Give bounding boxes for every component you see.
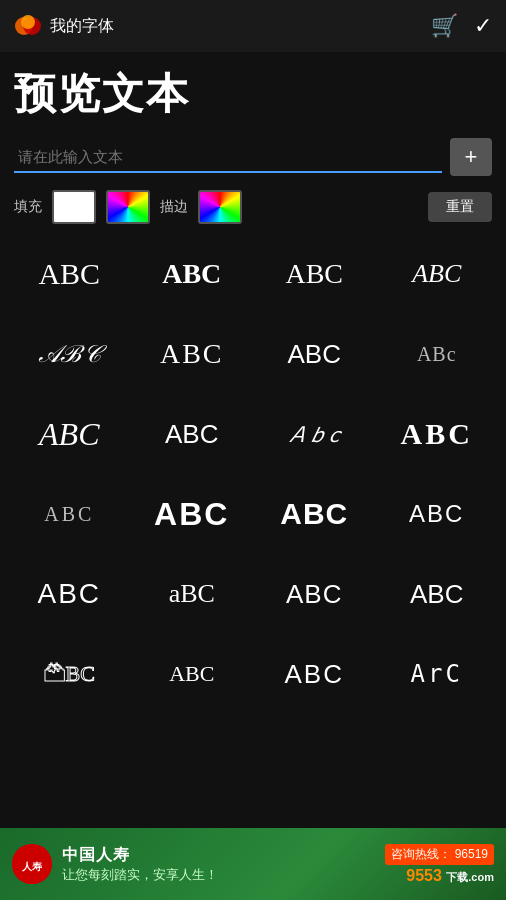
font-sample-text: ABC bbox=[154, 496, 229, 533]
ad-text-block: 中国人寿 让您每刻踏实，安享人生！ bbox=[62, 845, 375, 884]
font-sample-text: ABC bbox=[37, 578, 101, 610]
font-sample-text: 𝘈 𝘣 𝘤 bbox=[290, 421, 339, 448]
font-cell[interactable]: ABC bbox=[8, 474, 131, 554]
svg-point-2 bbox=[21, 15, 35, 29]
font-sample-text: aBC bbox=[169, 579, 215, 609]
font-sample-text: ABC bbox=[169, 661, 214, 687]
font-cell[interactable]: ABC bbox=[376, 394, 499, 474]
color-control-row: 填充 描边 重置 bbox=[0, 186, 506, 234]
fill-label: 填充 bbox=[14, 198, 42, 216]
font-sample-text: ABC bbox=[38, 257, 100, 291]
ad-tagline: 让您每刻踏实，安享人生！ bbox=[62, 866, 375, 884]
font-cell[interactable]: ABC bbox=[253, 554, 376, 634]
font-sample-text: ABC bbox=[410, 579, 463, 610]
font-sample-text: 🏔BC bbox=[44, 661, 95, 687]
preview-text-input[interactable] bbox=[14, 142, 442, 173]
font-sample-text: ABC bbox=[401, 417, 473, 451]
font-cell[interactable]: ABC bbox=[131, 234, 254, 314]
ad-hotline-number: 96519 bbox=[455, 847, 488, 861]
font-cell[interactable]: ABC bbox=[131, 394, 254, 474]
font-cell[interactable]: ABC bbox=[8, 234, 131, 314]
font-sample-text: ABC bbox=[44, 503, 94, 526]
font-cell[interactable]: ABc bbox=[376, 314, 499, 394]
svg-text:人寿: 人寿 bbox=[21, 861, 43, 872]
add-button[interactable]: + bbox=[450, 138, 492, 176]
font-sample-text: ABC bbox=[160, 338, 224, 370]
font-sample-text: ABC bbox=[409, 500, 464, 528]
ad-watermark: 9553 下载.com bbox=[406, 867, 494, 885]
fill-color-swatch-white[interactable] bbox=[52, 190, 96, 224]
page-title-area: 预览文本 bbox=[0, 52, 506, 132]
font-cell[interactable]: ABC bbox=[8, 554, 131, 634]
ad-hotline: 咨询热线： 96519 bbox=[385, 844, 494, 865]
font-cell[interactable]: ABC bbox=[131, 474, 254, 554]
stroke-color-swatch-rainbow[interactable] bbox=[198, 190, 242, 224]
font-cell[interactable]: ABC bbox=[376, 234, 499, 314]
font-cell[interactable]: aBC bbox=[131, 554, 254, 634]
input-row: + bbox=[0, 132, 506, 186]
font-cell[interactable]: ABC bbox=[131, 634, 254, 714]
font-sample-text: ABC bbox=[288, 339, 341, 370]
font-cell[interactable]: 𝒜ℬ𝒞 bbox=[8, 314, 131, 394]
ad-right: 咨询热线： 96519 9553 下载.com bbox=[385, 844, 494, 885]
header-left: 我的字体 bbox=[14, 12, 114, 40]
logo-icon bbox=[14, 12, 42, 40]
font-sample-text: ABC bbox=[412, 259, 461, 289]
page-title: 预览文本 bbox=[14, 66, 492, 122]
header: 我的字体 🛒 ✓ bbox=[0, 0, 506, 52]
font-cell[interactable]: ABC bbox=[376, 474, 499, 554]
ad-hotline-label: 咨询热线： bbox=[391, 847, 451, 861]
font-sample-text: ABC bbox=[280, 497, 348, 531]
font-cell[interactable]: ABC bbox=[253, 634, 376, 714]
font-cell[interactable]: ABC bbox=[253, 314, 376, 394]
ad-logo-icon: 人寿 bbox=[12, 844, 52, 884]
cart-icon[interactable]: 🛒 bbox=[431, 13, 458, 39]
font-sample-text: 𝒜ℬ𝒞 bbox=[39, 341, 100, 368]
font-sample-text: ABC bbox=[39, 416, 99, 453]
font-cell[interactable]: ABC bbox=[253, 474, 376, 554]
font-sample-text: ABc bbox=[417, 343, 457, 366]
font-sample-text: ABC bbox=[285, 659, 344, 690]
font-sample-text: ABC bbox=[162, 258, 221, 290]
fill-color-swatch-rainbow[interactable] bbox=[106, 190, 150, 224]
ad-company-name: 中国人寿 bbox=[62, 845, 375, 866]
font-sample-text: ABC bbox=[165, 419, 218, 450]
font-cell[interactable]: ABC bbox=[376, 554, 499, 634]
stroke-label: 描边 bbox=[160, 198, 188, 216]
confirm-icon[interactable]: ✓ bbox=[474, 13, 492, 39]
ad-site-suffix: 下载.com bbox=[446, 871, 494, 883]
font-cell[interactable]: 🏔BC bbox=[8, 634, 131, 714]
font-grid: ABCABCABCABC𝒜ℬ𝒞ABCABCABcABCABC𝘈 𝘣 𝘤ABCAB… bbox=[0, 234, 506, 714]
app-title: 我的字体 bbox=[50, 16, 114, 37]
font-cell[interactable]: ABC bbox=[253, 234, 376, 314]
ad-site-number: 9553 bbox=[406, 867, 442, 884]
font-cell[interactable]: ArC bbox=[376, 634, 499, 714]
font-cell[interactable]: ABC bbox=[8, 394, 131, 474]
font-sample-text: ABC bbox=[286, 579, 342, 610]
font-cell[interactable]: 𝘈 𝘣 𝘤 bbox=[253, 394, 376, 474]
font-cell[interactable]: ABC bbox=[131, 314, 254, 394]
font-sample-text: ArC bbox=[411, 660, 463, 688]
header-right: 🛒 ✓ bbox=[431, 13, 492, 39]
ad-banner[interactable]: 人寿 中国人寿 让您每刻踏实，安享人生！ 咨询热线： 96519 9553 下载… bbox=[0, 828, 506, 900]
reset-button[interactable]: 重置 bbox=[428, 192, 492, 222]
font-sample-text: ABC bbox=[285, 258, 343, 290]
